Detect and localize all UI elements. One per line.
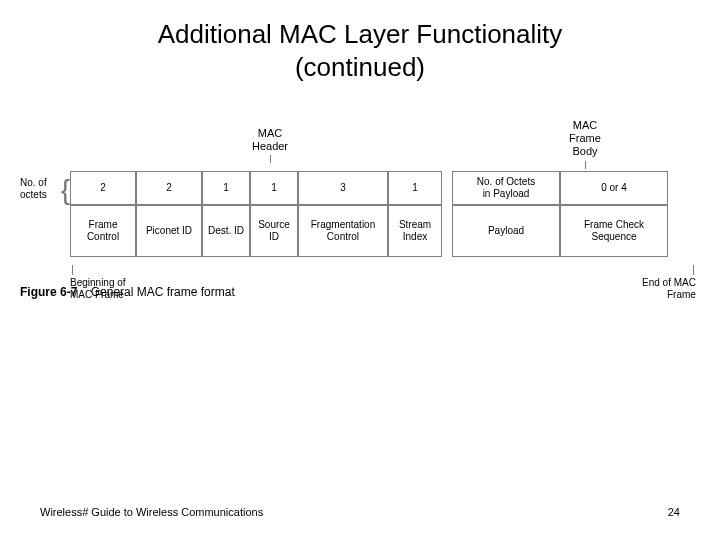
title-line-1: Additional MAC Layer Functionality (158, 19, 563, 49)
field-source-id: Source ID (250, 205, 298, 257)
slide-footer: Wireless# Guide to Wireless Communicatio… (40, 506, 680, 518)
tick-icon (270, 155, 271, 163)
tick-icon (693, 265, 694, 275)
gap (442, 205, 452, 257)
octets-piconet-id: 2 (136, 171, 202, 205)
mac-frame-diagram: MAC Header MAC Frame Body No. of octets … (20, 125, 700, 171)
figure-number: Figure 6-7 (20, 285, 77, 299)
field-piconet-id: Piconet ID (136, 205, 202, 257)
mac-header-label: MAC Header (240, 127, 300, 163)
tick-icon (72, 265, 73, 275)
field-frag-control: Fragmentation Control (298, 205, 388, 257)
field-stream-index: Stream Index (388, 205, 442, 257)
figure-caption: Figure 6-7 General MAC frame format (20, 285, 235, 299)
octets-fcs: 0 or 4 (560, 171, 668, 205)
top-section-labels: MAC Header MAC Frame Body (20, 125, 700, 171)
octets-dest-id: 1 (202, 171, 250, 205)
end-of-frame-label: End of MAC Frame (642, 265, 696, 301)
no-of-octets-label: No. of octets { (20, 177, 64, 201)
table-row: 2 2 1 1 3 1 No. of Octets in Payload 0 o… (70, 171, 700, 205)
octets-frame-control: 2 (70, 171, 136, 205)
octets-payload: No. of Octets in Payload (452, 171, 560, 205)
slide-title: Additional MAC Layer Functionality (cont… (0, 0, 720, 83)
gap (442, 171, 452, 205)
octets-stream-index: 1 (388, 171, 442, 205)
footer-text: Wireless# Guide to Wireless Communicatio… (40, 506, 263, 518)
octets-frag-control: 3 (298, 171, 388, 205)
table-row: Frame Control Piconet ID Dest. ID Source… (70, 205, 700, 257)
octets-source-id: 1 (250, 171, 298, 205)
field-dest-id: Dest. ID (202, 205, 250, 257)
brace-icon: { (61, 173, 70, 207)
frame-table: 2 2 1 1 3 1 No. of Octets in Payload 0 o… (70, 171, 700, 257)
figure-caption-text: General MAC frame format (91, 285, 235, 299)
field-payload: Payload (452, 205, 560, 257)
title-line-2: (continued) (295, 52, 425, 82)
field-fcs: Frame Check Sequence (560, 205, 668, 257)
mac-frame-body-label: MAC Frame Body (560, 119, 610, 169)
page-number: 24 (668, 506, 680, 518)
field-frame-control: Frame Control (70, 205, 136, 257)
tick-icon (585, 161, 586, 169)
